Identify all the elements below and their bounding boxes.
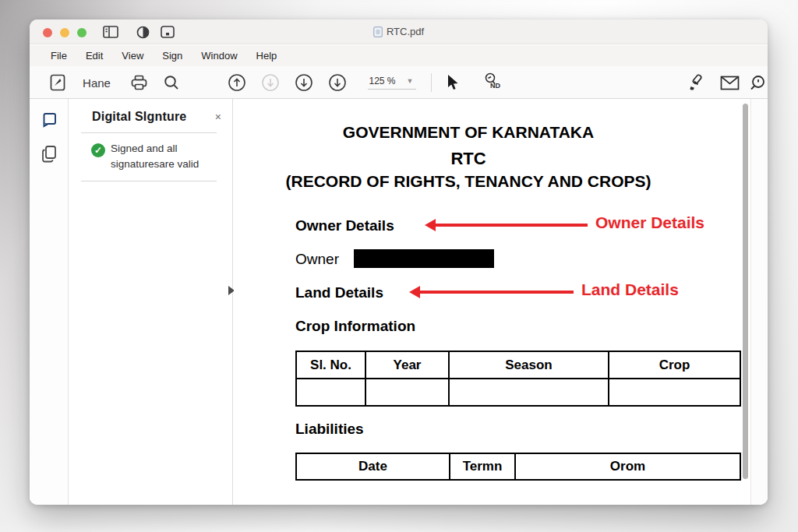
nd-tool-label: ND — [490, 82, 500, 90]
menu-help[interactable]: Help — [256, 50, 277, 62]
crop-information-table: Sl. No. Year Season Crop — [295, 351, 741, 407]
liabilities-header-row: Date Termn Orom — [296, 453, 740, 480]
crop-cell — [449, 379, 609, 406]
marker-pen-icon[interactable] — [684, 66, 709, 99]
title-bar: RTC.pdf — [30, 19, 768, 44]
redacted-owner-name — [354, 249, 494, 268]
pdf-export-icon[interactable] — [47, 66, 69, 99]
doc-heading-record: (RECORD OF RIGHTS, TENANCY AND CROPS) — [234, 172, 703, 191]
liabilities-table: Date Termn Orom — [295, 453, 741, 481]
digital-signature-panel: Digital SIgnture × ✓ Signed and all sign… — [69, 99, 233, 505]
select-cursor-tool[interactable] — [441, 66, 464, 99]
doc-heading-government: GOVERNMENT OF KARNATAKA — [234, 123, 703, 142]
toolbar-divider — [431, 73, 432, 92]
menu-bar: File Edit View Sign Window Help — [30, 45, 768, 66]
owner-details-annotation: Owner Details — [595, 213, 704, 232]
crop-col-year: Year — [365, 351, 449, 379]
crop-information-heading: Crop Information — [295, 318, 415, 335]
go-to-end-icon[interactable] — [327, 66, 348, 99]
crop-table-empty-row — [296, 379, 740, 406]
magnifier-icon[interactable] — [745, 66, 768, 99]
sidebar-rail — [30, 99, 69, 505]
zoom-level-select[interactable]: 125 % ▼ — [360, 66, 424, 99]
owner-annotation-arrow — [435, 224, 588, 227]
land-details-heading: Land Details — [295, 284, 383, 301]
panel-divider-2 — [81, 181, 217, 181]
thumbnails-panel-icon[interactable] — [41, 145, 58, 164]
crop-cell — [296, 379, 365, 406]
right-panel-strip — [750, 99, 768, 505]
land-annotation-arrow — [419, 291, 574, 294]
search-icon[interactable] — [161, 66, 182, 99]
owner-details-heading: Owner Details — [295, 217, 394, 234]
menu-window[interactable]: Window — [201, 50, 237, 62]
toolbar: Hane — [30, 66, 768, 99]
pdf-viewer-window: RTC.pdf File Edit View Sign Window Help … — [30, 19, 768, 505]
nd-annotation-tool[interactable]: ND — [480, 66, 508, 99]
signature-status: Signed and all signaturesare valid — [111, 141, 199, 172]
pdf-page: GOVERNMENT OF KARNATAKA RTC (RECORD OF R… — [234, 99, 750, 505]
liab-col-orom: Orom — [515, 453, 740, 480]
owner-annotation-arrowhead — [425, 219, 436, 231]
valid-check-icon: ✓ — [91, 143, 105, 157]
content-area: Digital SIgnture × ✓ Signed and all sign… — [30, 99, 768, 505]
print-icon[interactable] — [128, 66, 150, 99]
doc-heading-rtc: RTC — [234, 149, 703, 169]
panel-title: Digital SIgnture — [92, 110, 186, 124]
menu-sign[interactable]: Sign — [162, 50, 182, 62]
land-annotation-arrowhead — [409, 286, 420, 298]
crop-cell — [365, 379, 449, 406]
signature-panel-icon[interactable] — [41, 111, 58, 129]
crop-table-header-row: Sl. No. Year Season Crop — [296, 351, 740, 379]
pdf-document-icon — [373, 26, 383, 37]
liab-col-termn: Termn — [450, 453, 515, 480]
page-down-disabled-icon — [260, 66, 281, 99]
land-details-annotation: Land Details — [581, 280, 679, 299]
menu-file[interactable]: File — [51, 50, 67, 62]
owner-field-label: Owner — [295, 251, 339, 268]
close-panel-icon[interactable]: × — [215, 111, 221, 123]
liab-col-date: Date — [296, 453, 450, 480]
panel-divider — [81, 132, 217, 133]
zoom-level-value: 125 % — [369, 76, 396, 86]
page-up-icon[interactable] — [226, 66, 248, 99]
crop-col-slno: Sl. No. — [296, 351, 365, 379]
menu-edit[interactable]: Edit — [86, 50, 103, 62]
chevron-down-icon: ▼ — [407, 77, 414, 85]
toolbar-app-label: Hane — [78, 66, 115, 99]
window-title: RTC.pdf — [30, 26, 768, 37]
crop-col-crop: Crop — [609, 351, 740, 379]
scroll-down-icon[interactable] — [293, 66, 315, 99]
crop-col-season: Season — [449, 351, 609, 379]
menu-view[interactable]: View — [122, 50, 143, 62]
mail-icon[interactable] — [717, 66, 742, 99]
crop-cell — [609, 379, 740, 406]
vertical-scrollbar[interactable] — [743, 104, 748, 479]
liabilities-heading: Liabilities — [295, 421, 364, 438]
